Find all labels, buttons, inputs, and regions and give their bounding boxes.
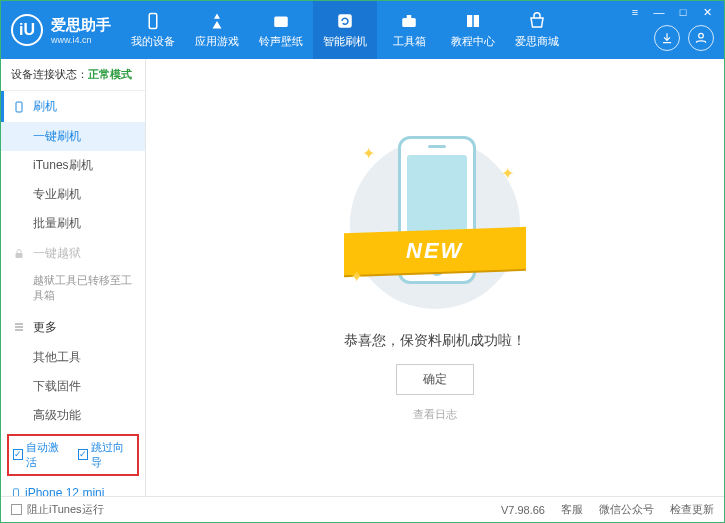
group-label: 一键越狱 [33, 245, 81, 262]
svg-rect-1 [274, 17, 288, 28]
wechat-link[interactable]: 微信公众号 [599, 502, 654, 517]
group-label: 刷机 [33, 98, 57, 115]
nav-smart-flash[interactable]: 智能刷机 [313, 1, 377, 59]
nav-toolbox[interactable]: 工具箱 [377, 1, 441, 59]
new-banner: NEW [406, 238, 463, 264]
group-label: 更多 [33, 319, 57, 336]
sidebar-item-pro-flash[interactable]: 专业刷机 [1, 180, 145, 209]
svg-point-5 [699, 33, 704, 38]
nav-my-device[interactable]: 我的设备 [121, 1, 185, 59]
view-log-link[interactable]: 查看日志 [413, 407, 457, 422]
checkbox-auto-activate[interactable]: ✓自动激活 [13, 440, 68, 470]
check-update-link[interactable]: 检查更新 [670, 502, 714, 517]
device-name: iPhone 12 mini [11, 486, 135, 496]
sidebar-group-jailbreak: 一键越狱 [1, 238, 145, 269]
logo: iU 爱思助手 www.i4.cn [1, 14, 121, 46]
nav-store[interactable]: 爱思商城 [505, 1, 569, 59]
apps-icon [207, 11, 227, 31]
store-icon [527, 11, 547, 31]
svg-rect-7 [16, 253, 23, 258]
nav-tutorial[interactable]: 教程中心 [441, 1, 505, 59]
status-label: 设备连接状态： [11, 68, 88, 80]
nav-label: 应用游戏 [195, 34, 239, 49]
app-url: www.i4.cn [51, 35, 111, 45]
sidebar-item-advanced[interactable]: 高级功能 [1, 401, 145, 430]
status-bar: 阻止iTunes运行 V7.98.66 客服 微信公众号 检查更新 [1, 496, 724, 522]
toolbox-icon [399, 11, 419, 31]
title-bar: iU 爱思助手 www.i4.cn 我的设备 应用游戏 铃声壁纸 智能刷机 [1, 1, 724, 59]
sidebar-group-flash[interactable]: 刷机 [1, 91, 145, 122]
svg-rect-6 [16, 102, 22, 112]
maximize-button[interactable]: □ [674, 5, 692, 19]
sidebar-item-other-tools[interactable]: 其他工具 [1, 343, 145, 372]
menu-icon[interactable]: ≡ [626, 5, 644, 19]
nav-label: 教程中心 [451, 34, 495, 49]
nav-label: 爱思商城 [515, 34, 559, 49]
customer-service-link[interactable]: 客服 [561, 502, 583, 517]
success-message: 恭喜您，保资料刷机成功啦！ [344, 332, 526, 350]
refresh-icon [335, 11, 355, 31]
download-button[interactable] [654, 25, 680, 51]
sidebar-item-batch-flash[interactable]: 批量刷机 [1, 209, 145, 238]
app-title: 爱思助手 [51, 16, 111, 35]
book-icon [463, 11, 483, 31]
list-icon [13, 321, 27, 333]
sidebar-item-itunes-flash[interactable]: iTunes刷机 [1, 151, 145, 180]
logo-icon: iU [11, 14, 43, 46]
ok-button[interactable]: 确定 [396, 364, 474, 395]
svg-rect-8 [14, 489, 19, 496]
user-button[interactable] [688, 25, 714, 51]
phone-icon [13, 100, 27, 114]
jailbreak-note: 越狱工具已转移至工具箱 [1, 269, 145, 312]
minimize-button[interactable]: — [650, 5, 668, 19]
window-controls: ≡ — □ ✕ [626, 5, 716, 19]
svg-rect-3 [402, 18, 416, 27]
sidebar-item-download-firmware[interactable]: 下载固件 [1, 372, 145, 401]
close-button[interactable]: ✕ [698, 5, 716, 19]
checkbox-skip-wizard[interactable]: ✓跳过向导 [78, 440, 133, 470]
svg-rect-2 [338, 14, 352, 28]
main-content: NEW ✦ ✦ ✦ 恭喜您，保资料刷机成功啦！ 确定 查看日志 [146, 59, 724, 496]
nav-label: 智能刷机 [323, 34, 367, 49]
sidebar: 设备连接状态：正常模式 刷机 一键刷机 iTunes刷机 专业刷机 批量刷机 一… [1, 59, 146, 496]
nav-label: 工具箱 [393, 34, 426, 49]
sidebar-item-oneclick-flash[interactable]: 一键刷机 [1, 122, 145, 151]
svg-rect-4 [407, 15, 412, 18]
version-label: V7.98.66 [501, 504, 545, 516]
sidebar-group-more[interactable]: 更多 [1, 312, 145, 343]
nav-label: 我的设备 [131, 34, 175, 49]
status-value: 正常模式 [88, 68, 132, 80]
connection-status: 设备连接状态：正常模式 [1, 59, 145, 91]
device-info[interactable]: iPhone 12 mini 64GB Down-12mini-13,1 [1, 480, 145, 496]
checkbox-block-itunes[interactable]: 阻止iTunes运行 [11, 502, 104, 517]
nav-apps-games[interactable]: 应用游戏 [185, 1, 249, 59]
lock-icon [13, 248, 27, 260]
nav-label: 铃声壁纸 [259, 34, 303, 49]
phone-icon [143, 11, 163, 31]
nav-ringtone-wallpaper[interactable]: 铃声壁纸 [249, 1, 313, 59]
svg-rect-0 [149, 14, 157, 29]
success-illustration: NEW ✦ ✦ ✦ [350, 134, 520, 314]
activation-options: ✓自动激活 ✓跳过向导 [7, 434, 139, 476]
folder-icon [271, 11, 291, 31]
